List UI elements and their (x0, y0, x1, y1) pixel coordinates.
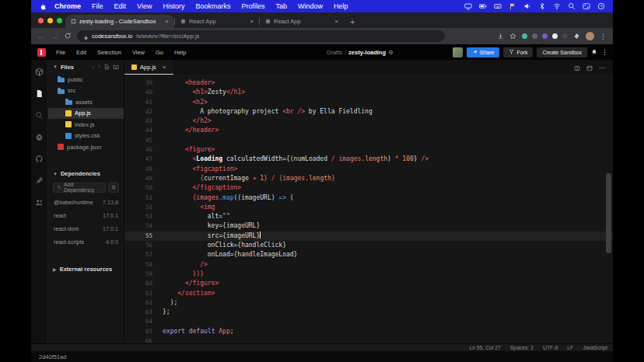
battery-icon[interactable] (479, 2, 487, 10)
extension-purple-icon[interactable] (542, 33, 548, 39)
split-editor-icon[interactable] (574, 61, 580, 75)
code-line-59[interactable]: 59 ))} (124, 270, 613, 279)
extension-dim-icon[interactable] (562, 33, 568, 39)
control-icon[interactable] (583, 2, 590, 10)
csb-menu-view[interactable]: View (127, 49, 150, 56)
deployment-icon[interactable] (35, 176, 44, 185)
address-bar[interactable]: codesandbox.io /s/wvknv?file=/src/App.js (77, 30, 445, 42)
breadcrumb-folder[interactable]: Drafts (327, 49, 342, 56)
code-line-39[interactable]: 39 <header> (124, 78, 613, 88)
user-avatar[interactable] (453, 47, 463, 57)
status-javascript[interactable]: JavaScript (583, 345, 607, 350)
display-icon[interactable] (464, 2, 472, 10)
code-line-45[interactable]: 45 (124, 136, 613, 145)
clock-icon[interactable] (597, 2, 605, 10)
dependency-react-dom[interactable]: react-dom17.0.1 (48, 222, 124, 235)
menu-help[interactable]: Help (328, 2, 354, 10)
code-line-47[interactable]: 47 <Loading calculatedWidth={(numLoaded … (124, 155, 613, 164)
file-src[interactable]: src (48, 85, 124, 97)
code-line-62[interactable]: 62 ); (124, 298, 613, 308)
back-icon[interactable]: ← (37, 33, 45, 40)
menu-history[interactable]: History (157, 2, 190, 10)
forward-icon[interactable]: → (51, 33, 58, 40)
open-preview-icon[interactable] (586, 61, 593, 75)
bluetooth-icon[interactable] (538, 2, 546, 10)
explorer-icon[interactable] (35, 89, 44, 98)
new-file-icon[interactable] (103, 64, 110, 70)
menu-bookmarks[interactable]: Bookmarks (190, 2, 236, 10)
downloads-icon[interactable] (497, 33, 504, 40)
extension-teal-icon[interactable] (522, 33, 527, 39)
files-panel-header[interactable]: ▼ Files ↓ ↑ (48, 60, 124, 74)
apple-menu-icon[interactable] (39, 3, 46, 10)
code-line-49[interactable]: 49 {currentImage + 1} / {images.length} (124, 174, 613, 183)
extension-gray-icon[interactable] (532, 33, 537, 39)
dependency-react-scripts[interactable]: react-scripts4.0.0 (48, 235, 124, 249)
chrome-menu-icon[interactable]: ⋮ (600, 33, 607, 40)
menu-window[interactable]: Window (292, 2, 328, 10)
code-line-58[interactable]: 58 /> (124, 260, 613, 270)
status-utf-8[interactable]: UTF-8 (543, 345, 558, 350)
header-menu-icon[interactable]: ⋮ (601, 48, 608, 56)
dependency-list-icon[interactable] (108, 183, 119, 193)
code-area[interactable]: 39 <header>40 <h1>Zesty</h1>41 <h2>42 A … (124, 75, 613, 343)
code-line-55[interactable]: 55 src={imageURL} (124, 231, 613, 241)
code-line-44[interactable]: 44 </header> (124, 126, 613, 135)
menu-chrome[interactable]: Chrome (49, 2, 86, 10)
browser-tab-1[interactable]: zesty-loading - CodeSandbox× (65, 15, 174, 28)
reload-icon[interactable] (64, 32, 72, 41)
github-icon[interactable] (35, 155, 44, 163)
file-index-js[interactable]: index.js (48, 119, 124, 131)
dependency-babelruntime[interactable]: @babel/runtime7.13.8 (48, 196, 124, 209)
close-window-button[interactable] (38, 18, 44, 23)
code-line-53[interactable]: 53 alt="" (124, 212, 613, 221)
tab-close-icon[interactable]: × (250, 18, 254, 25)
code-line-60[interactable]: 60 </figure> (124, 279, 613, 288)
code-line-52[interactable]: 52 <img (124, 203, 613, 212)
new-folder-icon[interactable] (113, 64, 119, 70)
code-line-65[interactable]: 65export default App; (124, 327, 613, 336)
settings-icon[interactable] (35, 133, 44, 141)
flag-icon[interactable] (509, 2, 516, 10)
file-styles-css[interactable]: styles.css (48, 131, 124, 142)
status-lf[interactable]: LF (567, 345, 573, 350)
zoom-window-button[interactable] (57, 18, 62, 23)
bookmark-star-icon[interactable] (509, 33, 516, 40)
csb-menu-go[interactable]: Go (150, 49, 169, 56)
code-line-42[interactable]: 42 A photography project <br /> by Ella … (124, 107, 613, 117)
menu-view[interactable]: View (131, 2, 157, 10)
tab-close-icon[interactable]: × (165, 18, 169, 25)
dependency-react[interactable]: react17.0.1 (48, 209, 124, 222)
notifications-bell-icon[interactable] (591, 49, 597, 55)
code-line-43[interactable]: 43 </h2> (124, 117, 613, 126)
add-dependency-input[interactable]: Add Dependency (53, 183, 106, 193)
code-line-50[interactable]: 50 </figcaption> (124, 183, 613, 193)
code-line-57[interactable]: 57 onLoad={handleImageLoad} (124, 250, 613, 259)
download-sandbox-icon[interactable]: ↓ (92, 64, 95, 70)
code-line-46[interactable]: 46 <figure> (124, 145, 613, 155)
privacy-globe-icon[interactable] (388, 50, 394, 55)
volume-icon[interactable] (523, 2, 531, 10)
share-button[interactable]: Share (467, 47, 500, 57)
live-icon[interactable] (35, 198, 44, 207)
menu-profiles[interactable]: Profiles (236, 2, 270, 10)
status-ln[interactable]: Ln 55, Col 27 (469, 345, 500, 350)
csb-menu-file[interactable]: File (51, 49, 71, 56)
menu-file[interactable]: File (86, 2, 109, 10)
status-spaces[interactable]: Spaces: 2 (510, 345, 534, 350)
editor-scrollbar[interactable] (606, 173, 611, 253)
code-line-48[interactable]: 48 <figcaption> (124, 165, 613, 174)
codesandbox-logo[interactable] (37, 48, 46, 57)
browser-tab-2[interactable]: React App× (175, 15, 259, 28)
overview-icon[interactable] (35, 68, 44, 76)
browser-tab-3[interactable]: React App× (260, 15, 344, 28)
csb-menu-edit[interactable]: Edit (71, 49, 92, 56)
extension-white-icon[interactable] (552, 33, 558, 39)
code-line-64[interactable]: 64 (124, 317, 613, 326)
fork-button[interactable]: Fork (503, 47, 533, 57)
search-icon[interactable] (35, 111, 44, 120)
code-line-56[interactable]: 56 onClick={handleClick} (124, 241, 613, 250)
code-line-63[interactable]: 63}; (124, 308, 613, 317)
code-line-54[interactable]: 54 key={imageURL} (124, 221, 613, 231)
sandbox-title[interactable]: zesty-loading (348, 49, 386, 56)
